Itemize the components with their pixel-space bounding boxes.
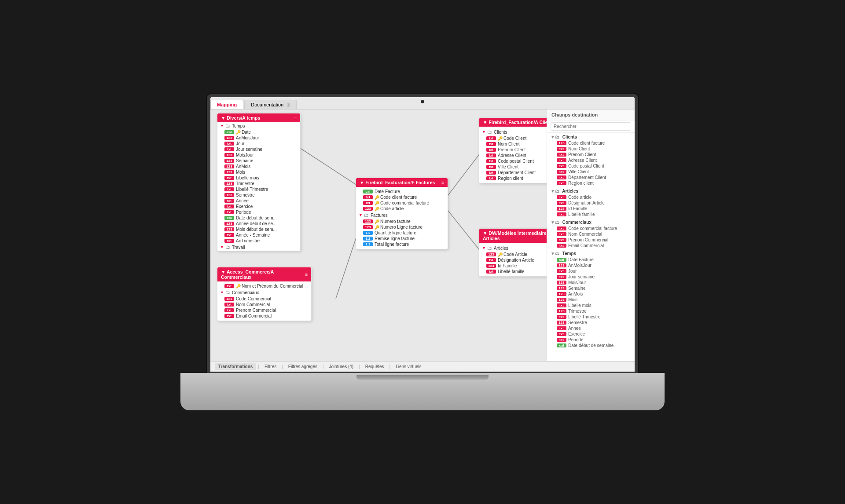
bottom-bar: Transformations | Filtres | Filtres agré… xyxy=(210,361,635,372)
item-codecommercial: txt 🔑Code commercial facture xyxy=(356,200,448,206)
rg-clients-header[interactable]: ▼🗂 Clients xyxy=(547,134,635,140)
camera xyxy=(421,100,424,103)
ri-datefacture: calDate Facture xyxy=(547,257,635,263)
ri-nomcommercial: txtNom Commercial xyxy=(547,231,635,237)
svg-line-3 xyxy=(448,211,483,255)
item-total: 1.2Total ligne facture xyxy=(356,241,448,247)
box-commerciaux[interactable]: ▼ Access_Commerce/A Commerciaux ≡ txt 🔑N… xyxy=(217,267,312,321)
item-jour: txtJour xyxy=(217,141,300,146)
ri-codeclientfacture: 123Code client facture xyxy=(547,140,635,146)
menu-icon-commerciaux[interactable]: ≡ xyxy=(305,272,308,277)
item-semestre: 123Semestre xyxy=(217,192,300,198)
search-input[interactable] xyxy=(551,122,631,131)
ri-joursemaine: txtJour semaine xyxy=(547,274,635,280)
box-factures-header: ▼ Firebird_Facturation/F Factures ≡ xyxy=(356,178,448,187)
tabs-bar: Mapping Documentation ⊞ xyxy=(210,97,635,110)
ri-semestre: 123Semestre xyxy=(547,320,635,325)
ri-datedebut: calDate début de semaine xyxy=(547,343,635,348)
folder-icon-temps: ▼🗂 xyxy=(551,251,559,256)
group-temps-header: ▼ 🗂 Temps xyxy=(217,122,300,129)
item-designarticle: txtDésignation Article xyxy=(479,257,547,263)
box-divers[interactable]: ▼ Divers/A temps ≡ ▼ 🗂 Temps cal � xyxy=(217,113,301,251)
item-date: cal 🔑Date xyxy=(217,129,300,135)
item-nomprenomcommercial: txt 🔑Nom et Prénom du Commercial xyxy=(217,283,311,289)
box-divers-title: ▼ Divers/A temps xyxy=(221,115,260,121)
item-datedebut: calDate début de sem... xyxy=(217,215,300,221)
item-codeclient2: txt 🔑Code Client xyxy=(479,135,547,141)
item-adresseclient: txtAdresse Client xyxy=(479,153,547,158)
ri-codearticle: txtCode article xyxy=(547,194,635,200)
bottom-tab-transformations[interactable]: Transformations xyxy=(215,363,256,370)
ri-semaine: 123Semaine xyxy=(547,285,635,291)
bottom-tab-requetes[interactable]: Requêtes xyxy=(362,363,388,370)
screen-bezel: Mapping Documentation ⊞ xyxy=(207,94,638,375)
box-divers-body: ▼ 🗂 Temps cal 🔑Date 123AnMoisJour xyxy=(217,122,300,251)
tab-documentation[interactable]: Documentation ⊞ xyxy=(244,100,297,109)
item-libelletrimestre: txtLibellé Trimestre xyxy=(217,186,300,192)
folder-icon-articles: ▼🗂 xyxy=(551,189,559,194)
item-datefacture: calDate Facture xyxy=(356,189,448,194)
right-panel: Champs destination ▼🗂 Clients 123Code cl… xyxy=(547,110,635,361)
menu-icon[interactable]: ≡ xyxy=(294,115,297,121)
svg-line-0 xyxy=(296,146,362,189)
item-antrimestre: txtAnTrimestre xyxy=(217,238,300,244)
box-clients-title: ▼ Firebird_Facturation/A Clients xyxy=(483,120,547,125)
ri-ville: txtVille Client xyxy=(547,169,635,175)
main-area: ▼ Divers/A temps ≡ ▼ 🗂 Temps cal � xyxy=(210,110,635,361)
folder-icon-commerciaux: ▼🗂 xyxy=(551,220,559,225)
item-moisjour: 123MoisJour xyxy=(217,152,300,158)
ri-prenomclient: txtPrenom Client xyxy=(547,152,635,157)
canvas-area[interactable]: ▼ Divers/A temps ≡ ▼ 🗂 Temps cal � xyxy=(210,110,547,361)
bottom-tab-liensvirtuales[interactable]: Liens virtuels xyxy=(392,363,425,370)
ri-designarticle: txtDésignation Article xyxy=(547,200,635,206)
item-libellemois: txtLibelle mois xyxy=(217,175,300,181)
rg-commerciaux-header[interactable]: ▼🗂 Commerciaux xyxy=(547,219,635,226)
rg-temps-header[interactable]: ▼🗂 Temps xyxy=(547,250,635,257)
box-clients[interactable]: ▼ Firebird_Facturation/A Clients ≡ ▼ 🗂 C… xyxy=(479,117,547,183)
item-numerofacture: 123 🔑Numero facture xyxy=(356,219,448,224)
right-panel-title: Champs destination xyxy=(547,110,635,121)
item-idfamille: 123Id Famille xyxy=(479,263,547,269)
item-moisdebut: 123Mois début de sem... xyxy=(217,226,300,232)
rg-temps: ▼🗂 Temps calDate Facture 123AnMoisJour t… xyxy=(547,249,635,349)
bottom-tab-filtres[interactable]: Filtres xyxy=(261,363,280,370)
item-anneedebut: 123Année début de se... xyxy=(217,221,300,226)
bottom-tab-filtresagreges[interactable]: Filtres agrégés xyxy=(285,363,321,370)
ri-region: txtRegion client xyxy=(547,180,635,186)
item-anneesem: txtAnnée - Semaine xyxy=(217,232,300,238)
box-factures[interactable]: ▼ Firebird_Facturation/F Factures ≡ calD… xyxy=(356,178,448,249)
box-divers-header: ▼ Divers/A temps ≡ xyxy=(217,113,300,122)
item-emailcommercial: txtEmail Commercial xyxy=(217,313,311,319)
item-periode: txtPeriode xyxy=(217,209,300,215)
item-quantite: 1.2Quantité ligne facture xyxy=(356,230,448,236)
laptop-base xyxy=(180,373,665,410)
item-libelefamille: txtLibellé famille xyxy=(479,269,547,274)
box-factures-body: calDate Facture txt 🔑Code client facture… xyxy=(356,187,448,249)
ri-anmois: 123AnMois xyxy=(547,291,635,297)
item-semaine: 123Semaine xyxy=(217,158,300,164)
ri-codecommercialfacture: txtCode commercial facture xyxy=(547,226,635,231)
ri-libelefamille: txtLibellé famille xyxy=(547,212,635,217)
laptop-hinge xyxy=(356,375,489,380)
item-codecommercial2: 123Code Commercial xyxy=(217,296,311,302)
rg-clients: ▼🗂 Clients 123Code client facture txtNom… xyxy=(547,133,635,187)
tab-mapping[interactable]: Mapping xyxy=(210,100,243,109)
search-box xyxy=(547,121,635,133)
item-remise: 1.2Remise ligne facture xyxy=(356,236,448,241)
ri-moisjour: 123MoisJour xyxy=(547,280,635,285)
ri-idfamille: 123Id Famille xyxy=(547,206,635,212)
box-clients-header: ▼ Firebird_Facturation/A Clients ≡ xyxy=(479,118,547,127)
group-travail-header: ▼ 🗂 Travail xyxy=(217,244,300,251)
box-commerciaux-body: txt 🔑Nom et Prénom du Commercial ▼ 🗂 Com… xyxy=(217,281,311,321)
item-deptclient: txtDépartement Client xyxy=(479,170,547,175)
ri-codepostal: txtCode postal Client xyxy=(547,163,635,169)
menu-icon-factures[interactable]: ≡ xyxy=(441,180,444,185)
rg-articles-header[interactable]: ▼🗂 Articles xyxy=(547,188,635,194)
ri-prenomcommercial: txtPrenom Commercial xyxy=(547,237,635,243)
item-codearticle: 123 🔑Code article xyxy=(356,206,448,212)
bottom-tab-jointures[interactable]: Jointures (4) xyxy=(326,363,357,370)
ri-libelletrimestre: txtLibellé Trimestre xyxy=(547,314,635,320)
item-exercice: txtExercice xyxy=(217,204,300,209)
item-codeclient: txt 🔑Code client facture xyxy=(356,194,448,200)
box-articles[interactable]: ▼ DW/Modèles intermediaires/A Articles ≡… xyxy=(479,228,547,277)
